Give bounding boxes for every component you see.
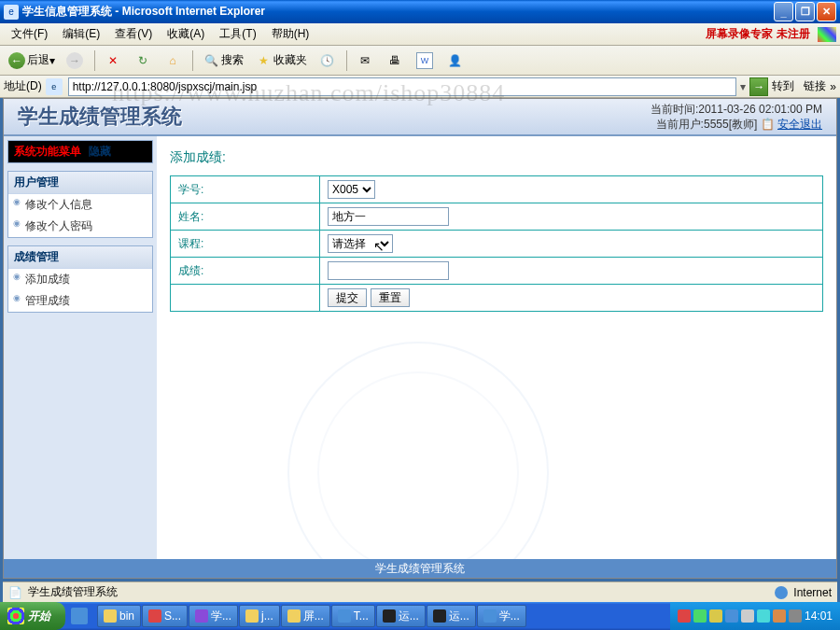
recorder-label: 屏幕录像专家 bbox=[706, 26, 773, 42]
forward-button[interactable]: → bbox=[62, 49, 90, 72]
tray-icon[interactable] bbox=[757, 609, 770, 623]
go-button[interactable]: → bbox=[749, 77, 768, 96]
menu-view[interactable]: 查看(V) bbox=[107, 24, 160, 44]
minimize-button[interactable]: _ bbox=[774, 2, 793, 21]
edit-button[interactable]: W bbox=[412, 49, 440, 72]
menu-file[interactable]: 文件(F) bbox=[4, 24, 55, 44]
mail-button[interactable]: ✉ bbox=[352, 49, 380, 72]
task-item[interactable]: 学... bbox=[477, 605, 526, 627]
user-value: 5555[教师] bbox=[704, 118, 757, 131]
print-button[interactable]: 🖶 bbox=[382, 49, 410, 72]
select-student-id[interactable]: X005 bbox=[328, 180, 375, 199]
page-icon: e bbox=[46, 78, 63, 95]
folder-icon bbox=[104, 609, 117, 623]
user-label: 当前用户: bbox=[656, 118, 704, 131]
window-titlebar: e 学生信息管理系统 - Microsoft Internet Explorer… bbox=[0, 0, 840, 23]
tray-icon[interactable] bbox=[725, 609, 738, 623]
address-input[interactable] bbox=[68, 77, 737, 96]
tray-icon[interactable] bbox=[709, 609, 722, 623]
start-button[interactable]: 开始 bbox=[0, 602, 65, 630]
favorites-label: 收藏夹 bbox=[273, 52, 307, 68]
task-item[interactable]: T... bbox=[331, 605, 375, 627]
task-item[interactable]: bin bbox=[97, 605, 141, 627]
status-bar: 📄 学生成绩管理系统 Internet bbox=[3, 581, 837, 602]
ie-icon bbox=[483, 609, 497, 623]
back-button[interactable]: ←后退 ▾ bbox=[4, 49, 60, 72]
form-title: 添加成绩: bbox=[170, 149, 823, 166]
status-zone: Internet bbox=[793, 586, 832, 599]
reset-button[interactable] bbox=[371, 288, 410, 307]
input-grade[interactable] bbox=[328, 261, 449, 280]
links-label[interactable]: 链接 bbox=[804, 78, 826, 94]
quicklaunch-ie-icon[interactable] bbox=[71, 608, 88, 624]
search-button[interactable]: 🔍搜索 bbox=[198, 49, 248, 72]
menu-tools[interactable]: 工具(T) bbox=[212, 24, 263, 44]
menu-bar: 文件(F) 编辑(E) 查看(V) 收藏(A) 工具(T) 帮助(H) 屏幕录像… bbox=[0, 23, 840, 46]
tray-icon[interactable] bbox=[678, 609, 691, 623]
folder-icon bbox=[245, 609, 259, 623]
logout-link[interactable]: 安全退出 bbox=[777, 118, 822, 131]
menu-edit[interactable]: 编辑(E) bbox=[55, 24, 107, 44]
status-page-icon: 📄 bbox=[8, 586, 22, 599]
refresh-button[interactable]: ↻ bbox=[130, 49, 158, 72]
stop-button[interactable]: ✕ bbox=[100, 49, 128, 72]
label-course: 课程: bbox=[171, 231, 320, 258]
page-title: 学生成绩管理系统 bbox=[18, 103, 182, 131]
label-name: 姓名: bbox=[171, 203, 320, 231]
tray-icon[interactable] bbox=[693, 609, 707, 623]
cmd-icon bbox=[433, 609, 446, 623]
task-item[interactable]: 运... bbox=[376, 605, 426, 627]
page-footer: 学生成绩管理系统 bbox=[4, 559, 836, 578]
taskbar: 开始 bin S... 学... j... 屏... T... 运... 运..… bbox=[0, 602, 840, 630]
favorites-button[interactable]: ★收藏夹 bbox=[250, 49, 312, 72]
tray-icon[interactable] bbox=[773, 609, 786, 623]
home-button[interactable]: ⌂ bbox=[160, 49, 188, 72]
task-list: bin S... 学... j... 屏... T... 运... 运... 学… bbox=[97, 605, 670, 627]
history-button[interactable]: 🕓 bbox=[314, 49, 342, 72]
task-item[interactable]: j... bbox=[239, 605, 280, 627]
sidebar-item-manage-grade[interactable]: 管理成绩 bbox=[8, 290, 152, 312]
sidebar-hide[interactable]: 隐藏 bbox=[89, 145, 111, 158]
sidebar-item-password[interactable]: 修改个人密码 bbox=[8, 216, 152, 237]
label-grade: 成绩: bbox=[171, 258, 320, 285]
task-item[interactable]: 运... bbox=[427, 605, 476, 627]
background-swirl bbox=[287, 342, 549, 559]
page-header: 学生成绩管理系统 当前时间:2011-03-26 02:01:00 PM 当前用… bbox=[4, 99, 836, 136]
task-item[interactable]: 屏... bbox=[281, 605, 330, 627]
status-page: 学生成绩管理系统 bbox=[28, 584, 118, 600]
header-info: 当前时间:2011-03-26 02:01:00 PM 当前用户:5555[教师… bbox=[651, 102, 822, 132]
cmd-icon bbox=[383, 609, 396, 623]
sidebar-cat-user[interactable]: 用户管理 bbox=[8, 172, 152, 194]
main-content: 添加成绩: 学号: X005 姓名: 课程: 请选择 成绩: bbox=[157, 136, 836, 559]
submit-button[interactable] bbox=[328, 288, 367, 307]
task-item[interactable]: 学... bbox=[189, 605, 238, 627]
java-icon bbox=[338, 609, 351, 623]
sidebar-item-profile[interactable]: 修改个人信息 bbox=[8, 194, 152, 216]
input-name[interactable] bbox=[328, 207, 449, 226]
links-chevron-icon[interactable]: » bbox=[830, 80, 836, 93]
window-title: 学生信息管理系统 - Microsoft Internet Explorer bbox=[22, 4, 774, 20]
messenger-button[interactable]: 👤 bbox=[441, 49, 469, 72]
select-course[interactable]: 请选择 bbox=[328, 234, 393, 253]
toolbar: ←后退 ▾ → ✕ ↻ ⌂ 🔍搜索 ★收藏夹 🕓 ✉ 🖶 W 👤 bbox=[0, 46, 840, 76]
sidebar-header: 系统功能菜单隐藏 bbox=[8, 141, 152, 162]
address-dropdown-icon[interactable]: ▾ bbox=[740, 80, 746, 93]
ie-icon: e bbox=[4, 5, 19, 20]
tray-clock[interactable]: 14:01 bbox=[805, 609, 833, 623]
task-item[interactable]: S... bbox=[142, 605, 188, 627]
tray-icon[interactable] bbox=[789, 609, 802, 623]
maximize-button[interactable]: ❐ bbox=[795, 2, 815, 21]
sidebar-item-add-grade[interactable]: 添加成绩 bbox=[8, 269, 152, 290]
menu-help[interactable]: 帮助(H) bbox=[264, 24, 317, 44]
grade-form: 学号: X005 姓名: 课程: 请选择 成绩: bbox=[170, 175, 823, 312]
go-label: 转到 bbox=[772, 78, 794, 94]
close-button[interactable]: ✕ bbox=[817, 2, 836, 21]
sidebar-cat-grade[interactable]: 成绩管理 bbox=[8, 246, 152, 269]
tray-icon[interactable] bbox=[741, 609, 754, 623]
folder-icon bbox=[287, 609, 301, 623]
sidebar: 系统功能菜单隐藏 用户管理 修改个人信息 修改个人密码 成绩管理 添加成绩 管理… bbox=[4, 136, 157, 559]
app-icon bbox=[195, 609, 208, 623]
label-student-id: 学号: bbox=[171, 176, 320, 203]
back-label: 后退 bbox=[27, 52, 49, 68]
menu-favorites[interactable]: 收藏(A) bbox=[160, 24, 212, 44]
